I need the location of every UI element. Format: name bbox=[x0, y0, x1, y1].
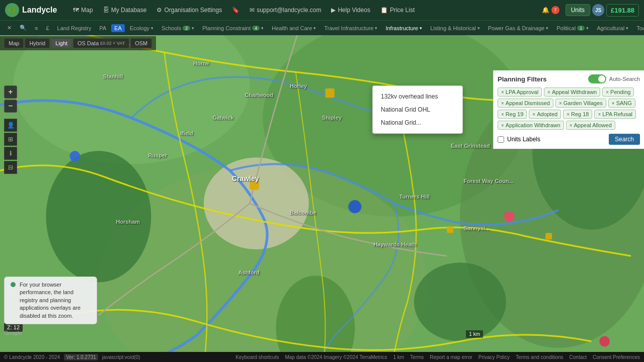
svg-point-14 bbox=[69, 151, 80, 161]
infra-item-132kv[interactable]: 132kv overhead lines bbox=[373, 90, 462, 103]
person-icon-btn[interactable]: 👤 bbox=[4, 119, 17, 132]
terms-link[interactable]: Terms bbox=[410, 354, 424, 360]
tag-sang[interactable]: × SANG bbox=[608, 99, 635, 108]
tag-x-sang: × bbox=[612, 101, 615, 106]
tag-app-withdrawn[interactable]: × Application Withdrawn bbox=[498, 121, 564, 130]
info-icon-btn[interactable]: ℹ bbox=[4, 147, 17, 160]
nav-database[interactable]: 🗄 My Database bbox=[99, 5, 151, 16]
auto-search-toggle[interactable]: Auto-Search bbox=[588, 74, 640, 83]
units-button[interactable]: Units bbox=[566, 4, 590, 16]
svg-point-15 bbox=[348, 200, 361, 213]
tag-garden-villages[interactable]: × Garden Villages bbox=[555, 99, 606, 108]
light-btn[interactable]: Light bbox=[51, 38, 72, 48]
political-btn[interactable]: Political 1 ▾ bbox=[553, 24, 592, 33]
tag-appeal-dismissed[interactable]: × Appeal Dismissed bbox=[498, 99, 553, 108]
map-btn[interactable]: Map bbox=[4, 38, 24, 48]
infrastructure-btn[interactable]: Infrastructure ▾ bbox=[382, 24, 425, 33]
pound-btn[interactable]: £ bbox=[43, 24, 52, 33]
infra-item-national-grid-ohl[interactable]: National Grid OHL bbox=[373, 103, 462, 116]
terms2-link[interactable]: Terms and conditions bbox=[516, 354, 564, 360]
settings-icon: ⚙ bbox=[156, 7, 162, 14]
tag-adopted[interactable]: × Adopted bbox=[529, 110, 561, 119]
planning-btn[interactable]: Planning Constraint 4 ▾ bbox=[199, 24, 267, 33]
report-link[interactable]: Report a map error bbox=[430, 354, 472, 360]
tag-x-pending: × bbox=[606, 89, 609, 95]
tag-reg18[interactable]: × Reg 18 bbox=[563, 110, 592, 119]
tag-x-r18: × bbox=[567, 112, 570, 117]
layers-icon-btn[interactable]: ⊞ bbox=[4, 133, 17, 146]
map-view-buttons: Map Hybrid Light OS Data £0.02 + VAT OSM bbox=[0, 36, 156, 50]
tag-appeal-allowed[interactable]: × Appeal Allowed bbox=[566, 121, 615, 130]
search-button[interactable]: Search bbox=[609, 134, 640, 145]
health-chevron: ▾ bbox=[313, 26, 316, 31]
panel-title: Planning Filters bbox=[498, 75, 547, 83]
nav-bookmark[interactable]: 🔖 bbox=[228, 5, 244, 16]
svg-rect-11 bbox=[250, 180, 259, 190]
email-icon: ✉ bbox=[250, 7, 255, 14]
agricultural-btn[interactable]: Agricultural ▾ bbox=[594, 24, 631, 33]
power-btn[interactable]: Power Gas & Drainage ▾ bbox=[485, 24, 552, 33]
nav-map[interactable]: 🗺 Map bbox=[69, 5, 97, 16]
tag-reg19[interactable]: × Reg 19 bbox=[498, 110, 527, 119]
tag-x-lr: × bbox=[598, 112, 601, 117]
tag-appeal-withdrawn[interactable]: × Appeal Withdrawn bbox=[544, 87, 600, 97]
map-icon: 🗺 bbox=[73, 7, 79, 14]
tag-lpa-approval[interactable]: × LPA Approval bbox=[498, 87, 542, 97]
infra-chevron: ▾ bbox=[420, 26, 422, 31]
nav-support[interactable]: ✉ support@landcycle.com bbox=[246, 5, 325, 16]
user-avatar[interactable]: JS bbox=[592, 4, 604, 16]
toggle-switch[interactable] bbox=[588, 74, 606, 83]
osm-btn[interactable]: OSM bbox=[130, 38, 152, 48]
ecology-btn[interactable]: Ecology ▾ bbox=[127, 24, 156, 33]
schools-btn[interactable]: Schools 2 ▾ bbox=[158, 24, 197, 33]
listing-btn[interactable]: Listing & Historical ▾ bbox=[427, 24, 482, 33]
privacy-link[interactable]: Privacy Policy bbox=[478, 354, 510, 360]
units-labels-checkbox[interactable] bbox=[498, 136, 504, 143]
nav-price-list[interactable]: 📋 Price List bbox=[376, 5, 419, 16]
land-registry-btn[interactable]: Land Registry bbox=[54, 24, 95, 33]
search-icon: 🔍 bbox=[20, 25, 27, 31]
contact-link[interactable]: Contact bbox=[570, 354, 587, 360]
zoom-in-button[interactable]: + bbox=[4, 85, 17, 99]
nav-org-settings[interactable]: ⚙ Organisation Settings bbox=[152, 5, 226, 16]
search-btn-toolbar[interactable]: 🔍 bbox=[17, 23, 30, 33]
notification-toast: For your browser performance, the land r… bbox=[4, 277, 97, 324]
bookmark-icon: 🔖 bbox=[232, 7, 239, 14]
close-btn[interactable]: ✕ bbox=[4, 23, 15, 33]
health-btn[interactable]: Health and Care ▾ bbox=[269, 24, 319, 33]
infra-item-national-grid[interactable]: National Grid... bbox=[373, 116, 462, 129]
listing-chevron: ▾ bbox=[477, 26, 480, 31]
bell-icon: 🔔 bbox=[542, 7, 549, 14]
planning-chevron: ▾ bbox=[261, 26, 264, 31]
nav-right: 🔔 7 Units JS £191.88 bbox=[538, 4, 639, 17]
menu-icon: ≡ bbox=[35, 25, 38, 31]
svg-point-17 bbox=[599, 336, 610, 346]
filter-icon-btn[interactable]: ⊟ bbox=[4, 161, 17, 174]
units-labels-row: Units Labels Search bbox=[498, 134, 640, 145]
consent-link[interactable]: Consent Preferences bbox=[593, 354, 640, 360]
tag-x-aw: × bbox=[547, 89, 550, 95]
map-container[interactable]: Horley Shipley Crawley Horsham Ashford E… bbox=[0, 35, 644, 352]
tag-lpa-refusal[interactable]: × LPA Refusal bbox=[594, 110, 636, 119]
ea-btn[interactable]: EA bbox=[111, 24, 125, 32]
pound-icon: £ bbox=[46, 25, 49, 31]
logo[interactable]: 🌿 Landycle bbox=[5, 3, 57, 17]
copyright: © Landcycle 2020 - 2024 bbox=[4, 354, 60, 360]
price-list-icon: 📋 bbox=[380, 7, 388, 14]
nav-notification[interactable]: 🔔 7 bbox=[538, 4, 564, 16]
tag-x-lpa: × bbox=[501, 89, 504, 95]
map-data-text: Map data ©2024 Imagery ©2024 TerraMetric… bbox=[285, 354, 387, 360]
pa-btn[interactable]: PA bbox=[96, 24, 109, 33]
menu-btn[interactable]: ≡ bbox=[32, 24, 41, 33]
nav-help[interactable]: ▶ Help Videos bbox=[327, 5, 374, 16]
keyboard-shortcuts-link[interactable]: Keyboard shortcuts bbox=[235, 354, 279, 360]
zoom-out-button[interactable]: − bbox=[4, 100, 17, 113]
travel-btn[interactable]: Travel Infrastructure ▾ bbox=[321, 24, 380, 33]
tour-btn[interactable]: Tour bbox=[633, 24, 644, 33]
os-data-btn[interactable]: OS Data £0.02 + VAT bbox=[73, 38, 129, 48]
hybrid-btn[interactable]: Hybrid bbox=[25, 38, 50, 48]
notif-dot bbox=[11, 282, 16, 287]
tag-pending[interactable]: × Pending bbox=[602, 87, 634, 97]
tag-x-appw: × bbox=[501, 123, 504, 128]
price-display: £191.88 bbox=[606, 4, 639, 17]
